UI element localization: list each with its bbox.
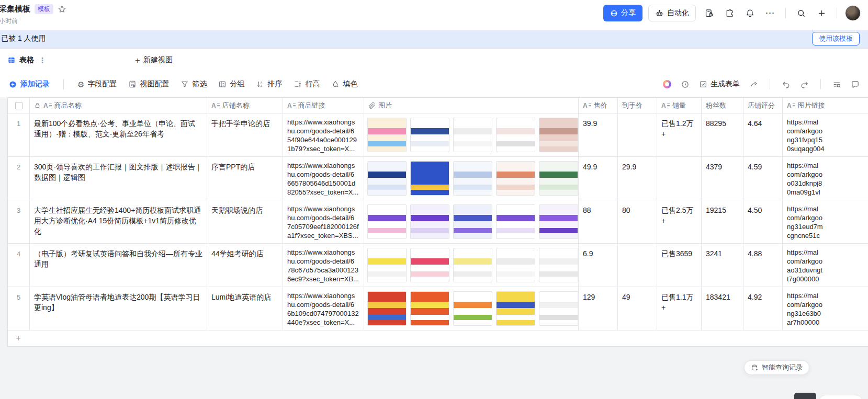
select-all-header[interactable] <box>8 98 30 113</box>
cell-sales[interactable]: 已售3659 <box>657 244 702 287</box>
cell-image-link[interactable]: https://mal com/arkgoo ng31eud7m cgncne5… <box>783 200 868 243</box>
product-thumbnail[interactable] <box>367 204 407 239</box>
cell-product-link[interactable]: https://www.xiaohongs hu.com/goods-detai… <box>283 200 364 243</box>
product-thumbnail[interactable] <box>539 204 578 239</box>
cell-images[interactable] <box>364 287 579 330</box>
cell-product-name[interactable]: 学英语Vlog油管母语者地道表达200期【英语学习日更ing】 <box>30 287 207 330</box>
column-header[interactable]: A 到手价 <box>618 98 657 113</box>
cell-product-name[interactable]: 300页-领导喜欢的工作汇报｜图文排版｜述职报告｜数据图｜逻辑图 <box>30 157 207 200</box>
cut-off-pill[interactable] <box>819 395 863 399</box>
cell-rating[interactable]: 4.59 <box>743 157 783 200</box>
select-all-checkbox[interactable] <box>15 102 22 109</box>
cell-rating[interactable]: 4.88 <box>743 244 783 287</box>
avatar[interactable] <box>845 5 861 21</box>
row-number[interactable]: 1 <box>8 113 30 156</box>
cell-images[interactable] <box>364 200 579 243</box>
product-thumbnail[interactable] <box>410 291 449 326</box>
notifications-button[interactable] <box>742 6 757 20</box>
ai-icon[interactable] <box>663 80 671 88</box>
cell-product-link[interactable]: https://www.xiaohongs hu.com/goods-detai… <box>283 157 364 200</box>
cut-off-button[interactable] <box>794 393 816 399</box>
share-arrow-icon[interactable] <box>749 80 758 89</box>
search-button[interactable] <box>794 6 808 20</box>
cell-followers[interactable]: 3241 <box>702 244 743 287</box>
star-icon[interactable] <box>58 5 66 14</box>
generate-form-button[interactable]: 生成表单 <box>699 79 740 89</box>
tab-grid-view[interactable]: 表格 ⋮ <box>7 55 46 65</box>
view-config-button[interactable]: 视图配置 <box>128 79 169 89</box>
cell-final-price[interactable]: 49 <box>618 287 657 330</box>
cell-sales[interactable]: 已售1.1万+ <box>657 287 702 330</box>
cell-final-price[interactable] <box>618 244 657 287</box>
cell-images[interactable] <box>364 113 579 156</box>
product-thumbnail[interactable] <box>453 161 492 196</box>
add-row-button[interactable]: + <box>8 330 868 346</box>
fill-color-button[interactable]: 填色 <box>331 79 357 89</box>
cell-price[interactable]: 129 <box>579 287 618 330</box>
column-header[interactable]: A 粉丝数 <box>702 98 743 113</box>
redo-icon[interactable] <box>800 80 809 89</box>
product-thumbnail[interactable] <box>539 291 578 326</box>
cell-images[interactable] <box>364 157 579 200</box>
column-header[interactable]: A 销量 <box>657 98 702 113</box>
row-number[interactable]: 4 <box>8 244 30 287</box>
cell-shop-name[interactable]: Lumi地道英语的店 <box>207 287 283 330</box>
cell-product-name[interactable]: 最新100个必看热点·公考、事业单位（申论、面试通用）·赠：模版、范文·更新至2… <box>30 113 207 156</box>
product-thumbnail[interactable] <box>496 291 535 326</box>
cell-rating[interactable]: 4.64 <box>743 113 783 156</box>
product-thumbnail[interactable] <box>410 118 449 152</box>
automation-button[interactable]: 自动化 <box>648 5 696 21</box>
cell-image-link[interactable]: https://mal com/arkgoo ng31e63b0 ar7h000… <box>783 287 868 330</box>
product-thumbnail[interactable] <box>453 204 492 239</box>
cell-sales[interactable]: 已售2.5万+ <box>657 200 702 243</box>
new-button[interactable] <box>814 6 829 20</box>
cell-images[interactable] <box>364 244 579 287</box>
product-thumbnail[interactable] <box>496 118 535 152</box>
cell-product-name[interactable]: （电子版）考研复试英语问答和自我介绍—所有专业通用 <box>30 244 207 287</box>
product-thumbnail[interactable] <box>539 161 578 196</box>
cell-shop-name[interactable]: 手把手学申论的店 <box>207 113 283 156</box>
product-thumbnail[interactable] <box>410 248 449 282</box>
product-thumbnail[interactable] <box>453 248 492 282</box>
cell-product-name[interactable]: 大学生社招应届生无经验1400+简历模板面试求职通用大方诊断优化·A4 15份简… <box>30 200 207 243</box>
product-thumbnail[interactable] <box>410 204 449 239</box>
cell-price[interactable]: 88 <box>579 200 618 243</box>
product-thumbnail[interactable] <box>367 161 407 196</box>
cell-product-link[interactable]: https://www.xiaohongs hu.com/goods-detai… <box>283 113 364 156</box>
cell-sales[interactable] <box>657 157 702 200</box>
product-thumbnail[interactable] <box>496 161 535 196</box>
product-thumbnail[interactable] <box>453 291 492 326</box>
product-thumbnail[interactable] <box>410 161 449 196</box>
cell-final-price[interactable]: 29.9 <box>618 157 657 200</box>
add-record-button[interactable]: 添加记录 <box>8 79 50 89</box>
product-thumbnail[interactable] <box>367 248 407 282</box>
product-thumbnail[interactable] <box>367 291 407 326</box>
cell-product-link[interactable]: https://www.xiaohongs hu.com/goods-detai… <box>283 287 364 330</box>
cell-shop-name[interactable]: 天鹅职场说的店 <box>207 200 283 243</box>
row-number[interactable]: 5 <box>8 287 30 330</box>
share-button[interactable]: 分享 <box>603 5 642 21</box>
cell-final-price[interactable]: 80 <box>618 200 657 243</box>
cell-price[interactable]: 39.9 <box>579 113 618 156</box>
cell-followers[interactable]: 88295 <box>702 113 743 156</box>
column-header[interactable]: A 售价 <box>579 98 618 113</box>
cell-shop-name[interactable]: 44学姐考研的店 <box>207 244 283 287</box>
cell-sales[interactable]: 已售1.2万+ <box>657 113 702 156</box>
undo-icon[interactable] <box>782 80 791 89</box>
cell-price[interactable]: 6.9 <box>579 244 618 287</box>
column-header[interactable]: A 店铺名称 <box>207 98 283 113</box>
cell-followers[interactable]: 183421 <box>702 287 743 330</box>
cell-product-link[interactable]: https://www.xiaohongs hu.com/goods-detai… <box>283 244 364 287</box>
product-thumbnail[interactable] <box>496 248 535 282</box>
find-icon[interactable] <box>832 80 841 89</box>
product-thumbnail[interactable] <box>367 118 407 152</box>
cell-rating[interactable]: 4.50 <box>743 200 783 243</box>
new-view-button[interactable]: + 新建视图 <box>135 55 173 65</box>
more-button[interactable]: ⋯ <box>763 6 777 20</box>
product-thumbnail[interactable] <box>496 204 535 239</box>
row-number[interactable]: 2 <box>8 157 30 200</box>
column-header[interactable]: A 店铺评分 <box>743 98 783 113</box>
row-number[interactable]: 3 <box>8 200 30 243</box>
column-header[interactable]: A 图片 <box>364 98 579 113</box>
row-height-button[interactable]: 行高 <box>294 79 320 89</box>
